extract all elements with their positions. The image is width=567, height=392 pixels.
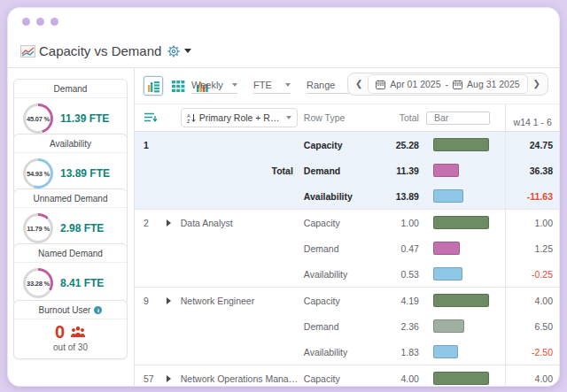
kpi-sidebar: Demand45.07 %11.39 FTEAvailability54.93 … xyxy=(8,68,134,386)
toolbar: Weekly FTE Range ❮ xyxy=(135,68,559,104)
kpi-card-named-demand: Named Demand33.28 %8.41 FTE xyxy=(13,243,128,305)
expand-caret-icon[interactable] xyxy=(167,219,171,227)
kpi-card-title: Demand xyxy=(14,80,127,98)
column-header-bar: Bar xyxy=(426,111,490,125)
total-value: 1.83 xyxy=(372,347,419,357)
date-range-values[interactable]: Apr 01 2025 - Aug 31 2025 xyxy=(368,74,527,94)
sort-rows-icon[interactable] xyxy=(144,111,158,124)
range-dropdown-value: Range xyxy=(307,80,335,90)
group-number: 2 xyxy=(144,218,167,228)
table-header: A Z Primary Role + Resource... Row Type … xyxy=(135,104,559,132)
title-menu-caret-icon[interactable] xyxy=(184,49,191,53)
row-group-network-operations-manager: 57Network Operations ManagerCapacity4.00… xyxy=(135,365,559,386)
period-value: 6.50 xyxy=(505,313,559,339)
group-number: 9 xyxy=(144,296,167,306)
group-name: Network Engineer xyxy=(181,296,302,306)
table-row: TotalDemand11.3936.38 xyxy=(135,158,559,183)
table-body: 1Capacity25.2824.75TotalDemand11.3936.38… xyxy=(135,132,559,386)
group-by-value: Primary Role + Resource... xyxy=(199,112,281,123)
chevron-down-icon xyxy=(232,83,237,87)
donut-chart: 45.07 % xyxy=(23,104,53,134)
table-row: Availability1.83-2.50 xyxy=(135,339,559,365)
bar-capacity xyxy=(433,216,489,229)
column-header-row-type: Row Type xyxy=(302,112,372,123)
total-value: 25.28 xyxy=(372,140,419,150)
row-group-data-analyst: 2Data AnalystCapacity1.001.00Demand0.471… xyxy=(135,210,559,288)
bar-capacity xyxy=(433,372,489,385)
window-dot-3[interactable] xyxy=(50,18,58,26)
kpi-card-availability: Availability54.93 %13.89 FTE xyxy=(13,134,128,196)
table-row: 9Network EngineerCapacity4.194.00 xyxy=(135,288,559,313)
settings-gear-icon[interactable] xyxy=(167,45,180,58)
unit-dropdown-value: FTE xyxy=(253,80,272,90)
group-number: 57 xyxy=(144,373,167,384)
bar-demand xyxy=(433,164,459,177)
period-dropdown[interactable]: Weekly xyxy=(191,77,237,94)
fte-value: 13.89 FTE xyxy=(60,167,110,180)
bar-availability xyxy=(433,267,462,281)
date-range-start: Apr 01 2025 xyxy=(390,79,440,89)
burnout-title: Burnout User xyxy=(39,305,91,315)
row-group-network-engineer: 9Network EngineerCapacity4.194.00Demand2… xyxy=(135,288,559,365)
row-type-label: Availability xyxy=(302,347,372,357)
row-type-label: Capacity xyxy=(302,218,372,228)
row-type-label: Availability xyxy=(302,191,372,202)
period-value: 1.00 xyxy=(505,210,559,235)
table-row: 2Data AnalystCapacity1.001.00 xyxy=(135,210,559,235)
table-row: Demand2.366.50 xyxy=(135,313,559,339)
bar-availability xyxy=(433,189,463,203)
period-value: 36.38 xyxy=(505,158,559,183)
row-type-label: Availability xyxy=(302,269,372,280)
donut-percentage: 45.07 % xyxy=(23,104,53,134)
column-header-total: Total xyxy=(372,112,419,123)
line-chart-icon xyxy=(20,45,35,58)
period-value: 1.25 xyxy=(505,235,559,261)
expand-caret-icon[interactable] xyxy=(167,375,171,382)
chevron-down-icon xyxy=(286,116,291,119)
row-type-label: Capacity xyxy=(302,373,372,384)
calendar-icon xyxy=(376,80,385,89)
window-dot-2[interactable] xyxy=(36,18,44,26)
next-period-button[interactable]: ❯ xyxy=(532,80,542,88)
donut-chart: 54.93 % xyxy=(23,158,53,188)
burnout-caption: out of 30 xyxy=(53,342,88,352)
table-row: Availability13.89-11.63 xyxy=(135,183,559,209)
people-icon xyxy=(70,326,86,338)
window-dot-1[interactable] xyxy=(22,18,30,26)
prev-period-button[interactable]: ❮ xyxy=(353,80,364,88)
donut-chart: 11.79 % xyxy=(23,213,53,243)
row-type-label: Capacity xyxy=(302,140,372,150)
bar-demand xyxy=(433,319,464,333)
total-value: 4.19 xyxy=(372,296,419,306)
total-value: 13.89 xyxy=(372,191,419,202)
date-range-separator: - xyxy=(446,79,449,89)
window-controls xyxy=(22,18,58,26)
total-value: 1.00 xyxy=(372,218,419,228)
kpi-card-title: Availability xyxy=(14,135,127,153)
group-name: Network Operations Manager xyxy=(181,373,302,384)
period-value: -2.50 xyxy=(505,339,559,365)
date-range-end: Aug 31 2025 xyxy=(467,79,520,89)
view-combo-icon[interactable] xyxy=(144,76,163,96)
table-row: 1Capacity25.2824.75 xyxy=(135,132,559,158)
group-by-dropdown[interactable]: A Z Primary Role + Resource... xyxy=(181,108,298,127)
unit-dropdown[interactable]: FTE xyxy=(253,77,291,94)
table-row: Demand0.471.25 xyxy=(135,235,559,261)
period-value: -0.25 xyxy=(505,261,559,287)
burnout-count: 0 xyxy=(55,323,65,341)
group-label: Total xyxy=(181,165,302,176)
row-type-label: Capacity xyxy=(302,296,372,306)
fte-value: 11.39 FTE xyxy=(60,112,109,125)
kpi-card-unnamed-demand: Unnamed Demand11.79 %2.98 FTE xyxy=(13,188,128,250)
view-grid-icon[interactable] xyxy=(169,77,187,95)
svg-text:Z: Z xyxy=(187,119,190,123)
period-value: 24.75 xyxy=(505,132,559,158)
expand-caret-icon[interactable] xyxy=(167,297,171,304)
info-icon[interactable]: i xyxy=(94,306,102,314)
calendar-icon xyxy=(453,80,462,89)
title-bar: Capacity vs Demand xyxy=(8,35,559,67)
period-value: 4.00 xyxy=(505,365,559,386)
donut-percentage: 33.28 % xyxy=(23,268,53,298)
table-row: Availability0.53-0.25 xyxy=(135,261,559,287)
kpi-card-title: Burnout Useri xyxy=(14,301,127,319)
